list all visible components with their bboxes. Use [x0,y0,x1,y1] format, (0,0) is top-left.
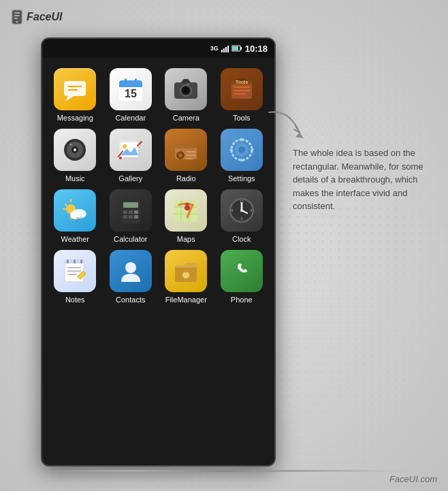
svg-rect-84 [74,259,76,264]
app-item-phone[interactable]: Phone [216,250,268,304]
svg-rect-14 [119,85,142,87]
app-icon-notes [54,250,96,292]
app-item-weather[interactable]: 8° Weather [49,189,101,243]
app-icon-filemanager [165,250,207,292]
app-label-music: Music [65,174,85,183]
svg-rect-16 [125,78,127,84]
svg-rect-64 [123,215,127,219]
svg-text:12: 12 [240,200,244,204]
logo-area: FaceUI [11,10,62,25]
app-label-contacts: Contacts [116,296,145,304]
app-item-maps[interactable]: Maps [160,189,212,243]
svg-rect-27 [234,90,250,91]
svg-rect-60 [123,202,138,208]
svg-rect-8 [64,81,86,96]
svg-point-22 [184,89,188,93]
svg-rect-65 [129,215,133,219]
app-icon-radio [165,129,207,171]
app-item-gallery[interactable]: Gallery [105,129,157,183]
status-icons: 3G 10:18 [210,44,268,54]
svg-text:6: 6 [240,217,242,221]
app-icon-tools: Tools [221,68,263,110]
app-item-camera[interactable]: Camera [160,68,212,122]
svg-point-23 [187,83,189,86]
app-label-maps: Maps [177,235,195,243]
app-label-weather: Weather [61,235,89,243]
app-label-radio: Radio [176,174,196,183]
app-icon-maps [165,189,207,232]
app-item-radio[interactable]: Radio [160,129,212,183]
svg-rect-28 [234,93,246,95]
svg-rect-85 [80,259,82,264]
logo-icon [11,10,23,25]
svg-marker-19 [181,79,191,82]
svg-point-88 [125,262,136,273]
app-label-calendar: Calendar [115,114,146,122]
app-icon-clock: 6 12 9 3 [221,189,263,232]
svg-text:Tools: Tools [236,80,248,84]
app-label-clock: Clock [232,235,251,243]
app-icon-calendar: 15 [110,68,152,110]
app-item-notes[interactable]: Notes [49,250,101,304]
app-label-messaging: Messaging [57,114,93,122]
svg-rect-26 [234,86,250,88]
app-item-filemanager[interactable]: FileManager [160,250,212,304]
app-grid: Messaging 15 Calendar Camera Tools Tools [42,58,274,314]
svg-rect-61 [123,210,127,214]
app-item-music[interactable]: Music [49,129,101,183]
app-icon-music [54,129,96,171]
network-indicator: 3G [210,45,219,52]
svg-point-34 [74,148,76,151]
logo-text: FaceUI [27,11,62,23]
app-label-camera: Camera [173,114,199,122]
svg-rect-2 [14,15,20,16]
app-icon-weather: 8° [54,189,96,232]
app-label-phone: Phone [231,296,253,304]
svg-rect-43 [175,144,197,148]
svg-rect-7 [240,47,242,50]
app-label-filemanager: FileManager [165,296,207,304]
status-time: 10:18 [245,44,268,54]
svg-point-35 [70,144,72,146]
svg-rect-62 [129,210,133,214]
app-item-clock[interactable]: 6 12 9 3 Clock [216,189,268,243]
svg-point-73 [240,209,243,212]
status-bar: 3G 10:18 [42,39,274,58]
svg-rect-48 [186,158,193,159]
app-item-calculator[interactable]: Calculator [105,189,157,243]
app-icon-calculator [110,189,152,232]
app-label-settings: Settings [228,174,255,183]
app-label-notes: Notes [65,296,85,304]
svg-point-40 [123,144,127,148]
svg-text:9: 9 [231,208,233,212]
app-label-gallery: Gallery [118,174,142,183]
phone-frame: 3G 10:18 Messaging [41,37,276,466]
svg-text:3: 3 [250,208,252,212]
bottom-line [41,470,407,472]
battery-icon [231,45,242,52]
app-item-calendar[interactable]: 15 Calendar [105,68,157,122]
svg-rect-46 [186,151,195,153]
svg-point-91 [184,273,188,277]
app-icon-contacts [110,250,152,292]
svg-rect-83 [67,259,69,264]
app-item-contacts[interactable]: Contacts [105,250,157,304]
app-item-tools[interactable]: Tools Tools [216,68,268,122]
svg-point-50 [238,146,245,153]
app-icon-camera [165,68,207,110]
app-icon-settings [221,129,263,171]
svg-rect-3 [14,18,18,19]
svg-rect-6 [232,46,238,50]
app-item-settings[interactable]: Settings [216,129,268,183]
svg-text:8°: 8° [76,216,82,223]
svg-line-55 [65,204,67,206]
svg-point-45 [179,154,182,157]
svg-rect-63 [134,210,138,214]
svg-point-68 [185,205,190,210]
app-item-messaging[interactable]: Messaging [49,68,101,122]
svg-marker-9 [65,96,74,101]
app-icon-messaging [54,68,96,110]
app-label-calculator: Calculator [114,235,148,243]
svg-rect-47 [186,155,195,156]
svg-rect-66 [134,215,138,219]
